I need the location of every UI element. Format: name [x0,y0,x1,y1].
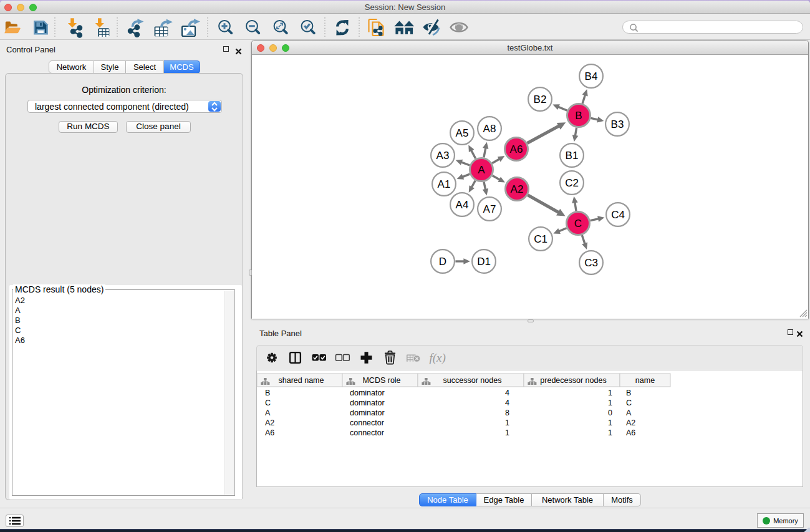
svg-text:A2: A2 [626,418,635,427]
svg-text:C4: C4 [611,209,625,221]
svg-text:8: 8 [505,409,509,417]
svg-text:A6: A6 [265,428,274,437]
svg-text:B: B [265,389,270,397]
svg-text:predecessor nodes: predecessor nodes [540,376,606,385]
svg-text:A2: A2 [511,183,524,195]
svg-text:dominator: dominator [350,389,385,397]
svg-text:A7: A7 [483,203,496,215]
svg-text:A6: A6 [626,428,635,437]
svg-text:name: name [635,376,655,385]
svg-text:4: 4 [505,389,509,397]
svg-text:4: 4 [505,399,509,407]
svg-text:A1: A1 [438,178,451,190]
svg-text:D: D [439,256,446,268]
svg-text:A: A [478,164,485,176]
svg-text:1: 1 [608,389,612,397]
svg-text:A3: A3 [436,150,450,162]
svg-text:1: 1 [608,428,612,437]
svg-text:B2: B2 [534,94,547,105]
svg-text:A: A [265,409,271,417]
svg-text:1: 1 [505,418,509,427]
svg-text:D1: D1 [477,256,491,268]
svg-text:0: 0 [608,409,612,417]
svg-text:1: 1 [505,428,509,437]
svg-text:A4: A4 [456,199,469,211]
svg-text:C3: C3 [584,257,598,269]
svg-text:C1: C1 [534,233,547,245]
svg-text:B: B [626,389,631,397]
svg-text:connector: connector [350,428,384,437]
svg-text:C: C [265,399,271,407]
svg-text:successor nodes: successor nodes [443,376,502,385]
svg-text:1: 1 [608,399,612,407]
svg-text:C: C [574,218,582,230]
svg-text:A5: A5 [456,127,469,139]
svg-text:A6: A6 [510,143,523,155]
svg-text:connector: connector [350,418,384,427]
svg-text:B1: B1 [566,150,579,162]
svg-text:f(x): f(x) [430,351,446,365]
svg-text:1: 1 [608,418,612,427]
svg-text:B4: B4 [585,70,598,82]
svg-text:C: C [626,399,632,407]
svg-text:C2: C2 [565,177,579,189]
svg-text:B: B [575,110,582,122]
svg-text:B3: B3 [611,118,624,130]
svg-text:A2: A2 [265,418,274,427]
svg-text:dominator: dominator [350,409,385,417]
svg-text:shared name: shared name [279,376,324,385]
svg-text:A: A [626,409,632,417]
svg-text:dominator: dominator [350,399,385,407]
svg-text:A8: A8 [483,123,496,135]
svg-text:MCDS role: MCDS role [362,376,400,385]
